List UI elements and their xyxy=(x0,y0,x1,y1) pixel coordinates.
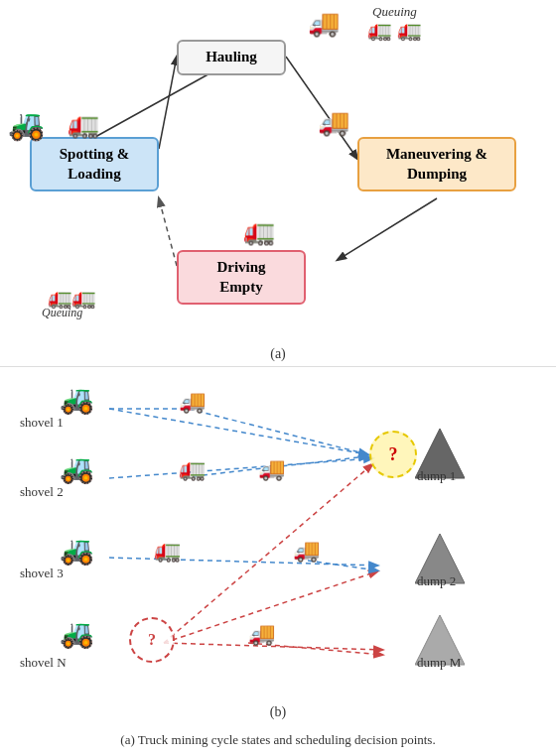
caption-b: (b) xyxy=(0,704,556,720)
driving-label: Driving Empty xyxy=(216,259,265,295)
excavator-icon-a: 🚜 xyxy=(8,107,45,142)
shovel-3-label: shovel 3 xyxy=(20,566,64,581)
bottom-caption: (a) Truck mining cycle states and schedu… xyxy=(0,732,556,748)
diagram-b: 🚜 shovel 1 🚚 🚜 shovel 2 🚛 🚚 🚜 shovel 3 🚛… xyxy=(0,367,556,724)
truck-maneuvering: 🚚 xyxy=(318,107,349,138)
truck-b-row1: 🚚 xyxy=(179,389,206,415)
svg-line-2 xyxy=(338,198,437,260)
queuing-top-label: Queuing xyxy=(372,4,417,20)
driving-box: Driving Empty xyxy=(177,250,306,305)
svg-line-10 xyxy=(164,464,372,643)
dump-2-label: dump 2 xyxy=(417,573,456,589)
spotting-label: Spotting & Loading xyxy=(60,146,129,182)
hauling-label: Hauling xyxy=(206,49,257,64)
dump-1-label: dump 1 xyxy=(417,468,456,484)
excavator-1: 🚜 xyxy=(60,383,94,416)
truck-b-row3b: 🚚 xyxy=(293,538,320,564)
svg-line-7 xyxy=(189,409,367,454)
shovel-n-label: shovel N xyxy=(20,655,67,671)
maneuvering-label: Maneuvering & Dumping xyxy=(386,146,487,182)
truck-hauling-top: 🚚 xyxy=(308,8,340,39)
qmark-circle-shoveln: ? xyxy=(129,617,175,663)
truck-b-row2b: 🚚 xyxy=(258,456,285,482)
diagram-a: Hauling Spotting & Loading Maneuvering &… xyxy=(0,0,556,367)
queuing-bottom-label: Queuing xyxy=(42,306,82,320)
excavator-n: 🚜 xyxy=(60,617,94,650)
truck-b-rown-a: 🚚 xyxy=(248,621,275,647)
truck-b-row3a: 🚛 xyxy=(154,538,181,564)
maneuvering-box: Maneuvering & Dumping xyxy=(357,137,516,191)
qmark-text-shoveln: ? xyxy=(148,631,156,649)
shovel-1-label: shovel 1 xyxy=(20,415,64,431)
shovel-2-label: shovel 2 xyxy=(20,484,64,500)
qmark-circle-dump1: ? xyxy=(369,431,417,478)
svg-line-8 xyxy=(109,458,372,478)
svg-line-3 xyxy=(159,198,177,266)
truck-queue-2: 🚛 xyxy=(397,18,422,42)
caption-a: (a) xyxy=(0,346,556,362)
svg-line-9 xyxy=(109,558,377,566)
excavator-3: 🚜 xyxy=(60,534,94,567)
truck-b-row2a: 🚛 xyxy=(179,456,206,482)
truck-driving-empty: 🚛 xyxy=(243,216,275,247)
svg-line-5 xyxy=(109,409,367,454)
svg-line-1 xyxy=(159,57,177,149)
spotting-box: Spotting & Loading xyxy=(30,137,159,191)
dump-m-label: dump M xyxy=(417,655,461,671)
truck-loaded-spotting: 🚛 xyxy=(68,109,99,140)
hauling-box: Hauling xyxy=(177,40,286,75)
truck-queue-1: 🚛 xyxy=(367,18,392,42)
excavator-2: 🚜 xyxy=(60,452,94,485)
qmark-text-dump1: ? xyxy=(389,444,398,465)
